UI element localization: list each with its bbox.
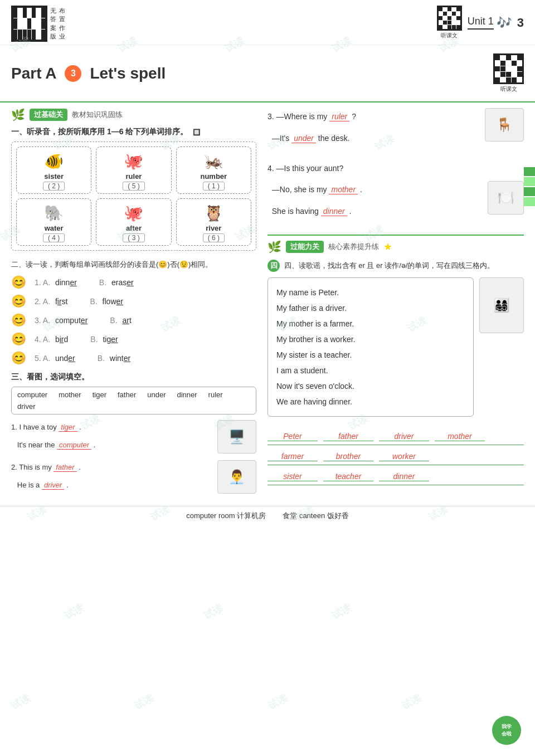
- poem-line-7: Now it's seven o'clock.: [276, 378, 465, 394]
- section2-header: 🌿 过能力关 核心素养提升练 ★: [268, 240, 524, 253]
- section1-badge: 过基础关: [30, 109, 67, 121]
- sister-number: ( 2 ): [43, 182, 65, 191]
- smiley-1: 😊: [11, 275, 26, 290]
- word-box-ruler: 🐙 ruler ( 5 ): [96, 147, 171, 194]
- tab-woxue: 我学: [524, 167, 535, 176]
- smiley-2: 😊: [11, 294, 26, 309]
- section2-subtitle: 核心素养提升练: [328, 242, 379, 252]
- right-sidebar: 我学: [524, 167, 535, 206]
- lets-spell-title: Let's spell: [90, 65, 166, 82]
- writing-row-2: farmer brother worker: [268, 452, 524, 465]
- answer-under: under: [291, 134, 316, 143]
- fill-sentence-2a: 2. This is my father .: [11, 460, 212, 475]
- unit-icon: 🎶: [497, 16, 512, 30]
- poem-line-5: My sister is a teacher.: [276, 347, 465, 363]
- fill-sentence-2b: He is a driver .: [11, 478, 212, 492]
- word-box-after: 🐙 after ( 3 ): [96, 198, 171, 246]
- tab-empty3: [524, 197, 535, 206]
- tab-empty2: [524, 187, 535, 196]
- writing-row-3: sister teacher dinner: [268, 472, 524, 485]
- task1-word-grid: 🐠 sister ( 2 ) 🐙 ruler ( 5 ) 🦗 number ( …: [11, 142, 256, 251]
- phonics-item-2: 😊 2. A. first B. flower: [11, 294, 256, 309]
- bank-word-father: father: [118, 391, 136, 399]
- poem-line-3: My mother is a farmer.: [276, 316, 465, 331]
- task4: 四 四、读歌谣，找出含有 er 且 er 读作/ə/的单词，写在四线三格内。 M…: [268, 259, 524, 485]
- fill-sentence-1b: It's near the computer .: [11, 438, 212, 452]
- star-icon: ★: [383, 241, 392, 253]
- bank-word-driver: driver: [17, 402, 36, 411]
- image-computer: 🖥️: [217, 420, 256, 453]
- phonics-item-3: 😊 3. A. computer B. art: [11, 313, 256, 328]
- word-box-river: 🦉 river ( 6 ): [176, 198, 251, 246]
- task4-num: 四: [268, 260, 280, 272]
- image-dinner: 🍽️: [488, 181, 524, 214]
- part-a-label: Part A: [11, 65, 56, 82]
- smiley-5: 😊: [11, 351, 26, 365]
- writing-word-mother: mother: [435, 432, 485, 441]
- phonics-words-4: 4. A. bird B. tiger: [35, 335, 118, 344]
- bank-word-dinner: dinner: [177, 391, 197, 399]
- river-number: ( 6 ): [203, 233, 225, 242]
- unit-label: Unit 1: [468, 16, 494, 30]
- label-bu: 布: [59, 7, 65, 15]
- after-number: ( 3 ): [123, 233, 144, 242]
- label-ye: 业: [59, 32, 65, 41]
- smiley-4: 😊: [11, 332, 26, 347]
- label-case: 案: [50, 24, 56, 32]
- bank-word-tiger: tiger: [93, 391, 106, 399]
- river-icon: 🦉: [204, 202, 223, 224]
- word-box-water: 🐘 water ( 4 ): [16, 198, 91, 246]
- word-box-number: 🦗 number ( 1 ): [176, 147, 251, 194]
- bank-word-ruler: ruler: [208, 391, 223, 399]
- qr-listen-label: 听课文: [500, 85, 517, 93]
- q4-sentence-b: —No, she is my mother .: [268, 181, 482, 198]
- section1-subtitle: 教材知识巩固练: [72, 110, 123, 120]
- ruler-number: ( 5 ): [123, 182, 144, 191]
- word-ruler: ruler: [126, 172, 142, 181]
- phonics-words-3: 3. A. computer B. art: [35, 316, 132, 325]
- bottom-badge: 我学 会啦: [492, 716, 521, 745]
- number-number: ( 1 ): [203, 182, 225, 191]
- writing-word-peter: Peter: [268, 432, 318, 441]
- family-image: 👨‍👩‍👧‍👦: [479, 277, 524, 333]
- poem-line-2: My father is a driver.: [276, 300, 465, 316]
- phonics-item-4: 😊 4. A. bird B. tiger: [11, 332, 256, 347]
- q3-sentence-a: 3. —Where is my ruler ?: [268, 108, 479, 125]
- poem-line-4: My brother is a worker.: [276, 331, 465, 347]
- section2-badge: 过能力关: [286, 241, 324, 253]
- listen-label: 听课文: [441, 32, 458, 40]
- section-divider: [268, 235, 524, 236]
- answer-computer: computer: [57, 441, 91, 450]
- writing-word-teacher: teacher: [323, 472, 373, 481]
- answer-father: father: [54, 463, 76, 472]
- page-header: 无 答 案 版 布 置 作 业: [0, 0, 535, 45]
- task3-label: 三、看图，选词填空。: [11, 372, 256, 382]
- writing-word-father: father: [323, 432, 373, 441]
- word-bank: computer mother tiger father under dinne…: [11, 387, 256, 414]
- word-number: number: [200, 172, 227, 181]
- part-title-bar: Part A 3 Let's spell 听课文: [0, 45, 535, 103]
- task2-label: 二、读一读，判断每组单词画线部分的读音是(😊)否(😟)相同。: [11, 259, 256, 271]
- water-number: ( 4 ): [43, 233, 65, 242]
- phonics-words-2: 2. A. first B. flower: [35, 297, 123, 306]
- poem-line-6: I am a student.: [276, 363, 465, 378]
- main-content: 🌿 过基础关 教材知识巩固练 一、听录音，按所听顺序用 1—6 给下列单词排序。…: [0, 103, 535, 506]
- bank-word-computer: computer: [17, 391, 47, 399]
- poem-line-1: My name is Peter.: [276, 285, 465, 300]
- word-sister: sister: [44, 172, 64, 181]
- section1-header: 🌿 过基础关 教材知识巩固练: [11, 108, 256, 121]
- section1-icon: 🌿: [11, 108, 25, 121]
- after-icon: 🐙: [124, 202, 143, 224]
- word-water: water: [45, 224, 64, 232]
- number-icon: 🦗: [204, 150, 223, 172]
- page-footer: computer room 计算机房 食堂 canteen 饭好香: [0, 506, 535, 525]
- answer-driver: driver: [42, 481, 65, 490]
- poem-box: My name is Peter. My father is a driver.…: [268, 277, 474, 417]
- section2-icon: 🌿: [268, 240, 281, 253]
- header-right: 听课文 Unit 1 🎶 3: [437, 6, 524, 40]
- label-answer: 答: [50, 15, 56, 23]
- answer-ruler: ruler: [329, 112, 349, 121]
- phonics-words-5: 5. A. under B. winter: [35, 354, 130, 363]
- poem-line-8: We are having dinner.: [276, 394, 465, 409]
- fill-sentence-1a: 1. I have a toy tiger .: [11, 420, 212, 435]
